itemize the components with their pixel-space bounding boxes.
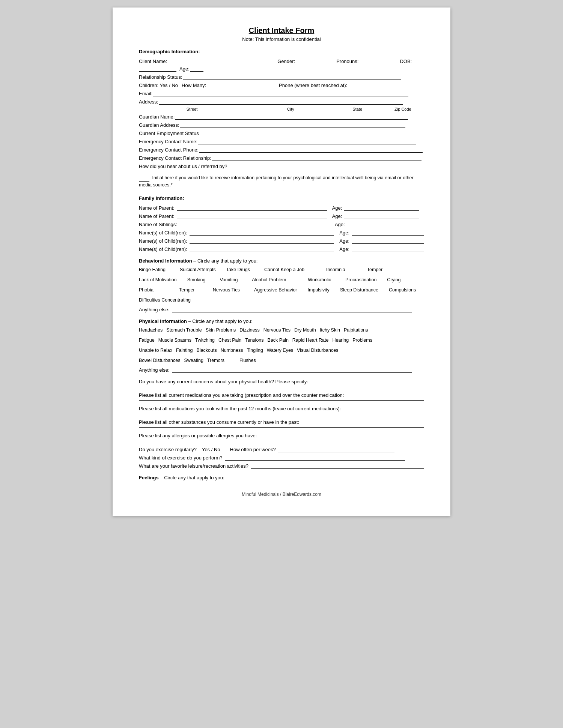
emergency-name-input[interactable] (198, 138, 416, 144)
behavioral-row-4: Difficulties Concentrating (139, 296, 424, 305)
phys-problems: Problems (352, 336, 372, 345)
address-input[interactable] (159, 99, 403, 105)
state-label: State (336, 107, 379, 111)
relationship-row: Relationship Status: (139, 74, 424, 80)
employment-label: Current Employment Status (139, 131, 199, 136)
phys-rapid-heart-rate: Rapid Heart Rate (292, 336, 329, 345)
children-label: Children: Yes / No (139, 83, 178, 88)
exercise-section: Do you exercise regularly? Yes / No How … (139, 446, 424, 469)
initial-line (139, 181, 149, 182)
phys-skin: Skin Problems (206, 326, 236, 335)
referral-input[interactable] (228, 163, 393, 169)
address-label-row: Address: (139, 99, 424, 105)
address-label: Address: (139, 99, 158, 105)
child3-input[interactable] (190, 246, 334, 252)
beh-binge-eating: Binge Eating (139, 265, 166, 275)
q1-text: Do you have any current concerns about y… (139, 379, 424, 384)
employment-row: Current Employment Status (139, 130, 424, 136)
beh-cannot-keep-job: Cannot Keep a Job (264, 265, 304, 275)
city-label: City (248, 107, 333, 111)
beh-take-drugs: Take Drugs (226, 265, 250, 275)
beh-phobia: Phobia (139, 285, 154, 295)
child3-age-input[interactable] (352, 246, 424, 252)
emergency-relationship-input[interactable] (212, 155, 421, 161)
siblings-input[interactable] (179, 221, 330, 227)
feelings-instruction: Circle any that apply to you: (164, 475, 224, 480)
age-input[interactable] (190, 66, 203, 72)
guardian-address-label: Guardian Address: (139, 122, 179, 128)
phys-dry-mouth: Dry Mouth (294, 326, 316, 335)
behavioral-row-2: Lack of Motivation Smoking Vomiting Alco… (139, 275, 424, 285)
parent1-input[interactable] (177, 205, 327, 211)
exercise-leisure-input[interactable] (251, 463, 424, 469)
parent1-age-input[interactable] (344, 205, 419, 211)
phys-blackouts: Blackouts (196, 346, 217, 355)
client-name-input[interactable] (168, 58, 273, 64)
child3-label: Name(s) of Child(ren): (139, 246, 187, 252)
siblings-age-label: Age: (335, 222, 345, 227)
info-note: Initial here if you would like to receiv… (139, 174, 424, 189)
page-title: Client Intake Form (139, 26, 424, 35)
behavioral-dash: – (193, 258, 196, 264)
email-input[interactable] (153, 90, 408, 96)
relationship-input[interactable] (183, 74, 401, 80)
phys-twitching: Twitching (195, 336, 215, 345)
phys-back-pain: Back Pain (268, 336, 289, 345)
child2-age-input[interactable] (352, 238, 424, 244)
guardian-name-input[interactable] (175, 114, 408, 120)
exercise-q2: How often per week? (230, 447, 276, 452)
exercise-q1: Do you exercise regularly? (139, 447, 197, 452)
beh-insomnia: Insomnia (326, 265, 345, 275)
phys-visual-disturbances: Visual Disturbances (297, 346, 338, 355)
beh-nervous-tics: Nervous Tics (213, 285, 240, 295)
guardian-name-row: Guardian Name: (139, 114, 424, 120)
parent2-row: Name of Parent: Age: (139, 213, 424, 219)
phys-unable-relax: Unable to Relax (139, 346, 172, 355)
pronouns-input[interactable] (359, 58, 397, 64)
phys-sweating: Sweating (184, 356, 203, 365)
emergency-phone-input[interactable] (199, 147, 423, 153)
parent2-age-input[interactable] (344, 213, 419, 219)
questions-section: Do you have any current concerns about y… (139, 379, 424, 441)
exercise-yn: Yes / No (202, 447, 220, 452)
physical-anything-input[interactable] (172, 367, 412, 373)
exercise-kind-input[interactable] (225, 455, 405, 461)
phys-hearing: Hearing (332, 336, 349, 345)
beh-alcohol: Alcohol Problem (252, 275, 286, 285)
gender-input[interactable] (296, 58, 333, 64)
child1-age-input[interactable] (352, 230, 424, 236)
employment-input[interactable] (200, 130, 404, 136)
beh-impulsivity: Impulsivity (308, 285, 330, 295)
phone-input[interactable] (348, 82, 423, 88)
phys-tremors: Tremors (207, 356, 224, 365)
parent2-input[interactable] (177, 213, 327, 219)
relationship-label: Relationship Status: (139, 74, 182, 80)
family-header: Family Information: (139, 195, 424, 201)
q2-line (139, 400, 424, 401)
q5-line (139, 441, 424, 441)
siblings-age-input[interactable] (347, 221, 422, 227)
how-many-input[interactable] (207, 82, 274, 88)
child2-input[interactable] (190, 238, 334, 244)
q2-text: Please list all current medications you … (139, 392, 424, 398)
child1-label: Name(s) of Child(ren): (139, 230, 187, 236)
beh-workaholic: Workaholic (308, 275, 331, 285)
exercise-line1: Do you exercise regularly? Yes / No How … (139, 446, 424, 452)
q4-text: Please list all other substances you con… (139, 419, 424, 425)
name-row: Client Name: Gender: Pronouns: DOB: Age: (139, 58, 424, 72)
child1-input[interactable] (190, 230, 334, 236)
beh-smoking: Smoking (187, 275, 206, 285)
phone-label: Phone (where best reached at): (279, 83, 347, 88)
guardian-address-input[interactable] (180, 122, 405, 128)
dob-label: DOB: (400, 59, 412, 64)
beh-crying: Crying (387, 275, 400, 285)
exercise-frequency-input[interactable] (278, 446, 394, 452)
referral-row: How did you hear about us / referred by? (139, 163, 424, 169)
exercise-line2: What kind of exercise do you perform? (139, 455, 424, 461)
siblings-row: Name of Siblings: Age: (139, 221, 424, 227)
dob-input[interactable] (139, 66, 176, 72)
exercise-q3: What kind of exercise do you perform? (139, 455, 223, 461)
physical-header: Physical Information (139, 318, 187, 324)
behavioral-anything-input[interactable] (172, 306, 412, 312)
demographic-header: Demographic Information: (139, 49, 424, 54)
